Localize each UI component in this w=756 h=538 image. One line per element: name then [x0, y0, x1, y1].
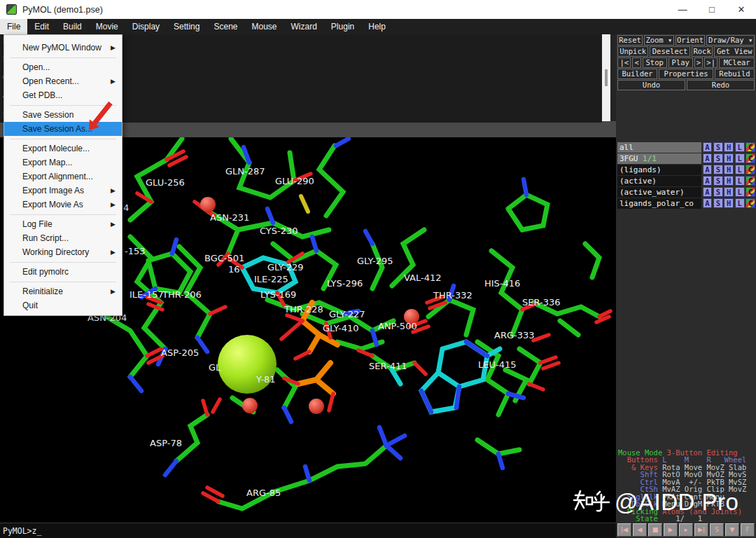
- object-button-c[interactable]: C: [746, 187, 755, 197]
- object-button-l[interactable]: L: [735, 187, 745, 197]
- object-button-l[interactable]: L: [735, 165, 745, 174]
- menu-item-save-session-as[interactable]: Save Session As...: [4, 122, 122, 136]
- button-reset[interactable]: Reset: [617, 35, 643, 46]
- menu-display[interactable]: Display: [125, 19, 167, 34]
- command-line[interactable]: PyMOL>z_: [0, 523, 616, 538]
- object-button-h[interactable]: H: [724, 142, 734, 152]
- playback-button-f[interactable]: F: [741, 523, 755, 537]
- button-builder[interactable]: Builder: [617, 69, 657, 79]
- object-button-a[interactable]: A: [703, 142, 713, 152]
- menu-mouse[interactable]: Mouse: [244, 19, 284, 34]
- object-button-s[interactable]: S: [713, 165, 723, 174]
- maximize-button[interactable]: □: [697, 0, 727, 19]
- object-name[interactable]: 3FGU 1/1: [617, 153, 701, 164]
- object-name[interactable]: ligands_polar_co: [617, 198, 701, 209]
- button-stop[interactable]: Stop: [643, 57, 667, 68]
- object-name[interactable]: all: [617, 142, 701, 153]
- object-button-s[interactable]: S: [713, 153, 723, 163]
- button-rebuild[interactable]: Rebuild: [715, 69, 755, 79]
- menu-item-export-image-as[interactable]: Export Image As▶: [4, 184, 122, 198]
- object-button-s[interactable]: S: [713, 176, 723, 186]
- command-prompt[interactable]: PyMOL>z_: [0, 526, 41, 536]
- button-[interactable]: >: [694, 57, 703, 68]
- playback-button-[interactable]: |◀: [617, 523, 631, 537]
- object-button-s[interactable]: S: [713, 198, 723, 208]
- menu-movie[interactable]: Movie: [89, 19, 125, 34]
- button-[interactable]: >|: [704, 57, 718, 68]
- playback-button-[interactable]: ▸: [679, 523, 693, 537]
- button-deselect[interactable]: Deselect: [650, 46, 690, 57]
- menu-item-export-map[interactable]: Export Map...: [4, 156, 122, 170]
- object-button-s[interactable]: S: [713, 187, 723, 197]
- menu-item-log-file[interactable]: Log File▶: [4, 217, 122, 231]
- playback-button-[interactable]: ◀: [633, 523, 647, 537]
- close-button[interactable]: ✕: [727, 0, 756, 19]
- menu-item-export-alignment[interactable]: Export Alignment...: [4, 170, 122, 184]
- menu-item-quit[interactable]: Quit: [4, 298, 122, 312]
- menu-item-edit-pymolrc[interactable]: Edit pymolrc: [4, 265, 122, 279]
- object-button-l[interactable]: L: [735, 176, 745, 186]
- minimize-button[interactable]: —: [668, 0, 697, 19]
- button-play[interactable]: Play: [668, 57, 693, 68]
- object-button-h[interactable]: H: [724, 165, 734, 174]
- menu-item-run-script[interactable]: Run Script...: [4, 231, 122, 245]
- menu-item-save-session[interactable]: Save Session: [4, 108, 122, 122]
- object-button-s[interactable]: S: [713, 142, 723, 152]
- playback-button-[interactable]: ■: [648, 523, 662, 537]
- object-button-h[interactable]: H: [724, 176, 734, 186]
- object-button-a[interactable]: A: [703, 165, 713, 174]
- object-button-h[interactable]: H: [724, 198, 734, 208]
- menu-build[interactable]: Build: [56, 19, 89, 34]
- object-button-a[interactable]: A: [703, 187, 713, 197]
- object-button-a[interactable]: A: [703, 198, 713, 208]
- menu-wizard[interactable]: Wizard: [284, 19, 324, 34]
- menu-file[interactable]: File: [0, 19, 27, 34]
- object-button-c[interactable]: C: [746, 198, 755, 208]
- object-button-c[interactable]: C: [746, 176, 755, 186]
- object-name[interactable]: (active): [617, 176, 701, 186]
- object-button-l[interactable]: L: [735, 198, 745, 208]
- button-get-view[interactable]: Get View: [714, 46, 755, 57]
- console-scrollbar[interactable]: [602, 34, 610, 121]
- button-[interactable]: <: [632, 57, 640, 68]
- button-orient[interactable]: Orient: [676, 35, 706, 46]
- menu-item-working-directory[interactable]: Working Directory▶: [4, 245, 122, 259]
- menu-item-reinitialize[interactable]: Reinitialize▶: [4, 284, 122, 298]
- object-button-c[interactable]: C: [746, 142, 755, 152]
- object-button-h[interactable]: H: [724, 153, 734, 163]
- object-name[interactable]: (ligands): [617, 165, 701, 175]
- button-unpick[interactable]: Unpick: [617, 46, 648, 57]
- menu-scene[interactable]: Scene: [206, 19, 244, 34]
- button-undo[interactable]: Undo: [617, 80, 685, 90]
- playback-button-[interactable]: ▶: [664, 523, 678, 537]
- menu-item-new-pymol-window[interactable]: New PyMOL Window▶: [4, 41, 122, 55]
- button-zoom[interactable]: Zoom ▾: [644, 35, 674, 46]
- menu-help[interactable]: Help: [361, 19, 393, 34]
- menu-item-open[interactable]: Open...: [4, 60, 122, 74]
- playback-button-[interactable]: ▼: [725, 523, 739, 537]
- button-draw-ray[interactable]: Draw/Ray ▾: [706, 35, 755, 46]
- object-button-h[interactable]: H: [724, 187, 734, 197]
- object-button-l[interactable]: L: [735, 153, 745, 163]
- menu-item-get-pdb[interactable]: Get PDB...: [4, 88, 122, 102]
- menu-item-export-movie-as[interactable]: Export Movie As▶: [4, 198, 122, 212]
- button-mclear[interactable]: MClear: [719, 57, 755, 68]
- button-redo[interactable]: Redo: [687, 80, 755, 90]
- object-button-c[interactable]: C: [746, 165, 755, 174]
- menu-edit[interactable]: Edit: [27, 19, 56, 34]
- object-button-a[interactable]: A: [703, 176, 713, 186]
- button-[interactable]: |<: [617, 57, 631, 68]
- playback-button-s[interactable]: S: [710, 523, 724, 537]
- scrollbar-thumb[interactable]: [605, 69, 608, 86]
- playback-button-[interactable]: ▶|: [694, 523, 708, 537]
- menu-plugin[interactable]: Plugin: [324, 19, 361, 34]
- object-button-a[interactable]: A: [703, 153, 713, 163]
- button-rock[interactable]: Rock: [692, 46, 713, 57]
- menu-setting[interactable]: Setting: [167, 19, 206, 34]
- object-button-c[interactable]: C: [746, 153, 755, 163]
- object-name[interactable]: (active_water): [617, 187, 701, 198]
- button-properties[interactable]: Properties: [659, 69, 713, 79]
- menu-item-export-molecule[interactable]: Export Molecule...: [4, 142, 122, 156]
- object-button-l[interactable]: L: [735, 142, 745, 152]
- menu-item-open-recent[interactable]: Open Recent...▶: [4, 74, 122, 88]
